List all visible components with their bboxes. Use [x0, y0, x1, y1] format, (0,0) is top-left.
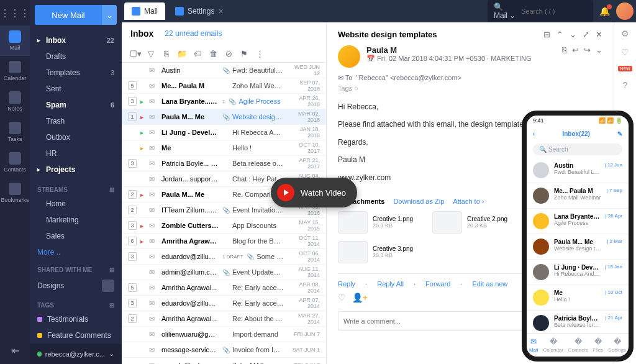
- rail-contacts[interactable]: Contacts: [0, 147, 30, 178]
- sidebar-stream-home[interactable]: Home: [30, 196, 122, 212]
- attachment[interactable]: Creative 1.png20.3 KB: [338, 211, 425, 234]
- ph-nav-calendar[interactable]: �Calendar: [543, 337, 563, 353]
- streams-more[interactable]: More ..: [30, 244, 122, 260]
- mail-row[interactable]: ▸✉message-service@...📎Invoice from Invoi…: [122, 342, 326, 358]
- new-mail-button[interactable]: New Mail: [35, 5, 102, 25]
- flag-icon[interactable]: ⚑: [239, 48, 249, 58]
- sidebar-tag[interactable]: Feature Comments: [30, 327, 122, 344]
- account-footer[interactable]: rebecca@zylker.c...⌄: [30, 344, 122, 364]
- sidebar-item-sent[interactable]: Sent: [30, 81, 122, 97]
- mail-row[interactable]: 3▸✉eduardov@zillum.c...1 DRAFT📎Some snap…: [122, 249, 326, 265]
- mail-row[interactable]: ▸✉MeHello !OCT 10, 2017: [122, 140, 326, 156]
- mail-row[interactable]: 1▸✉Paula M... Me📎Website design temp...M…: [122, 109, 326, 125]
- msg-more-icon[interactable]: ⌄: [596, 45, 602, 68]
- share-icon[interactable]: 👤+: [352, 293, 368, 303]
- new-mail-dropdown[interactable]: ⌄: [102, 5, 117, 25]
- rail-bookmarks[interactable]: Bookmarks: [0, 178, 30, 208]
- tag-icon[interactable]: 🏷: [193, 48, 202, 58]
- search-box[interactable]: 🔍 Mail ⌄: [488, 0, 593, 22]
- action-reply[interactable]: Reply: [338, 280, 355, 288]
- ph-mail-row[interactable]: Paula M... MeWebsite design templates| 2…: [527, 234, 629, 260]
- collapse-rail-icon[interactable]: ⇤: [4, 337, 27, 364]
- action-forward[interactable]: Forward: [425, 280, 450, 288]
- notifications-icon[interactable]: 🔔: [599, 6, 610, 16]
- mail-row[interactable]: 3▸✉Patricia Boyle... MeBeta release of a…: [122, 156, 326, 171]
- sidebar-stream-marketing[interactable]: Marketing: [30, 212, 122, 228]
- archive-icon[interactable]: ⎘: [161, 48, 171, 58]
- mail-row[interactable]: 3▸✉eduardov@zillum.c...Re: Early access …: [122, 296, 326, 311]
- rail-calendar[interactable]: Calendar: [0, 56, 30, 86]
- sidebar-item-trash[interactable]: Trash: [30, 113, 122, 129]
- attach-to-link[interactable]: Attach to ›: [453, 198, 484, 205]
- select-all-icon[interactable]: ☐▾: [130, 48, 140, 58]
- unread-count[interactable]: 22 unread emails: [165, 29, 222, 38]
- mail-row[interactable]: ▸✉olilienwuaru@gmai...Import demandFRI J…: [122, 327, 326, 342]
- mail-row[interactable]: 3▸✉Lana Bryante... Me1📎Agile ProcessAPR …: [122, 94, 326, 109]
- sidebar-stream-sales[interactable]: Sales: [30, 228, 122, 244]
- ph-mail-row[interactable]: Me... Paula MZoho Mail Webinar| 7 Sep: [527, 183, 629, 209]
- apps-icon[interactable]: ⋮⋮⋮: [0, 5, 30, 25]
- delete-icon[interactable]: 🗑: [208, 48, 218, 58]
- spam-icon[interactable]: ⊘: [224, 48, 234, 58]
- add-shared-icon[interactable]: ⊞: [109, 266, 114, 273]
- ph-mail-row[interactable]: Patricia Boyle... MeBeta release for app…: [527, 311, 629, 333]
- mail-row[interactable]: 3▸✉Zombie Cutters... le...App DiscountsM…: [122, 218, 326, 234]
- ph-nav-settings[interactable]: �Settings: [608, 337, 626, 353]
- rail-mail[interactable]: Mail: [0, 25, 30, 56]
- close-tab-icon[interactable]: ×: [218, 6, 223, 16]
- attachment[interactable]: Creative 2.png20.3 KB: [432, 211, 519, 234]
- sidebar-item-outbox[interactable]: Outbox: [30, 129, 122, 145]
- attachment[interactable]: Creative 3.png20.3 KB: [338, 241, 425, 263]
- ph-mail-row[interactable]: MeHello !| 10 Oct: [527, 285, 629, 311]
- collapse-icon[interactable]: ⊟: [543, 30, 550, 39]
- sidebar-item-designs[interactable]: Designs: [30, 276, 122, 296]
- action-edit-as-new[interactable]: Edit as new: [472, 280, 507, 288]
- ph-nav-mail[interactable]: ✉Mail: [529, 337, 538, 353]
- mail-row[interactable]: 5▸✉Amritha Agrawal...Re: Early access to…: [122, 280, 326, 296]
- watch-video-button[interactable]: Watch Video: [271, 178, 357, 207]
- mail-row[interactable]: 5▸✉Me... Paula MZoho Mail WebinarSEP 07,…: [122, 78, 326, 94]
- forward-icon[interactable]: ↪: [584, 45, 591, 68]
- filter-icon[interactable]: ▽: [146, 48, 156, 58]
- profile-avatar[interactable]: [616, 2, 634, 20]
- next-icon[interactable]: ⌄: [570, 30, 576, 39]
- sidebar-item-hr[interactable]: HR: [30, 145, 122, 162]
- help-icon[interactable]: ?: [623, 80, 628, 90]
- tab-mail[interactable]: Mail: [124, 2, 165, 20]
- reply-icon[interactable]: ↩: [572, 45, 579, 68]
- gear-icon[interactable]: ⚙: [621, 29, 629, 39]
- mail-row[interactable]: ▸✉noreply@zoho.comZoho MAIL :: Mail For.…: [122, 358, 326, 364]
- widget-icon[interactable]: ♡: [621, 47, 629, 57]
- rail-tasks[interactable]: Tasks: [0, 117, 30, 147]
- folder-icon[interactable]: 📁: [177, 48, 187, 58]
- mail-row[interactable]: ▸✉Li Jung - DeveloperHi Rebecca Anderson…: [122, 125, 326, 140]
- close-reader-icon[interactable]: ✕: [596, 30, 602, 39]
- mail-row[interactable]: ▸✉Austin📎Fwd: Beautiful locati...WED JUN…: [122, 63, 326, 78]
- ph-mail-row[interactable]: AustinFwd: Beautiful Locations| 12 Jun: [527, 158, 629, 183]
- search-input[interactable]: [521, 7, 587, 15]
- tab-settings[interactable]: Settings×: [168, 2, 231, 20]
- sidebar-item-drafts[interactable]: Drafts: [30, 48, 122, 65]
- like-icon[interactable]: ♡: [338, 293, 346, 303]
- action-reply-all[interactable]: Reply All: [377, 280, 404, 288]
- add-tag-icon[interactable]: ⊞: [109, 302, 114, 309]
- mail-row[interactable]: 6▸✉Amritha Agrawal...Blog for the Be... …: [122, 234, 326, 249]
- mail-row[interactable]: 2▸✉Amritha Agrawal...Re: About the demo …: [122, 311, 326, 327]
- prev-icon[interactable]: ⌃: [556, 30, 563, 39]
- ph-search[interactable]: 🔍 Search: [533, 143, 622, 155]
- search-scope[interactable]: 🔍 Mail ⌄: [494, 2, 517, 20]
- add-stream-icon[interactable]: ⊞: [109, 186, 114, 193]
- ph-back-icon[interactable]: ‹: [533, 130, 535, 137]
- sidebar-item-projects[interactable]: ▸Projects: [30, 162, 122, 178]
- more-icon[interactable]: ⋮: [255, 48, 265, 58]
- sidebar-item-spam[interactable]: Spam6: [30, 97, 122, 113]
- download-zip-link[interactable]: Download as Zip: [393, 198, 444, 205]
- expand-icon[interactable]: ⤢: [583, 30, 589, 39]
- ph-nav-contacts[interactable]: �Contacts: [568, 337, 588, 353]
- ph-mail-row[interactable]: Lana Bryante... MeAgile Process| 26 Apr: [527, 209, 629, 234]
- rail-notes[interactable]: Notes: [0, 86, 30, 117]
- ph-nav-files[interactable]: �Files: [593, 337, 603, 353]
- archive-msg-icon[interactable]: ⎘: [562, 45, 567, 68]
- mail-row[interactable]: ▸✉admin@zillum.com📎Event Updated - De...…: [122, 265, 326, 280]
- sidebar-item-templates[interactable]: Templates3: [30, 65, 122, 81]
